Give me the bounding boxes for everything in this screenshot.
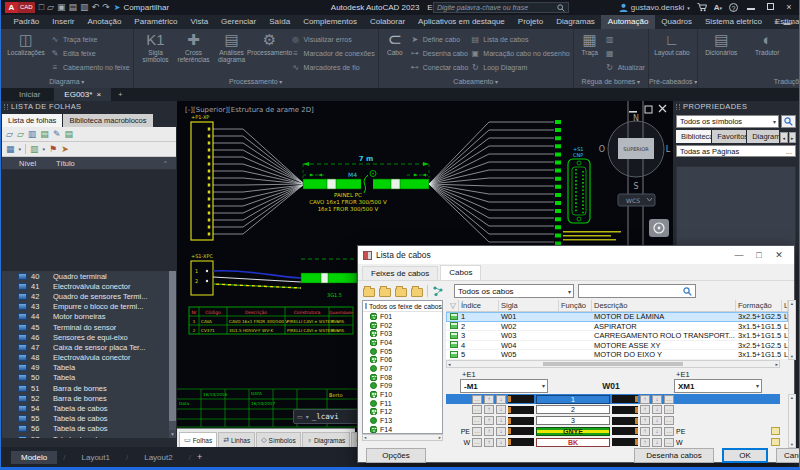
cable-row[interactable]: 2 W02 ASPIRATOR 3x1.5+1G1.5 L (446, 322, 788, 332)
model-tab[interactable]: Modelo (11, 451, 57, 464)
move-up-button[interactable]: ↑ (484, 438, 494, 447)
move-up-button[interactable]: ↑ (484, 427, 494, 436)
cable-bundle-item[interactable]: F05 (363, 347, 442, 356)
paste-cable-group-icon[interactable] (411, 288, 423, 297)
localizacoes-button[interactable]: ◫ Localizações (4, 31, 48, 56)
filter-icon[interactable]: ▽ (446, 300, 459, 311)
ribbon-row-button[interactable]: ↻ Loop Diagram (470, 61, 569, 74)
plot-icon[interactable]: ▥ (80, 2, 89, 13)
ribbon-tab[interactable]: Automação (601, 15, 654, 29)
sheet-row[interactable]: 47 Caixa de sensor placa Ter... (2, 342, 176, 352)
move-down-button[interactable]: ↓ (496, 427, 506, 436)
sheet-toolbar-icon[interactable]: ✎ (53, 128, 61, 140)
wire-value[interactable]: GNYE (536, 427, 610, 436)
sheet-row[interactable]: 52 Barra de bornes (2, 393, 176, 403)
sheet-row[interactable]: 56 Tabela de cabos (2, 424, 176, 434)
move-up-button[interactable]: ↑ (640, 416, 650, 425)
ribbon-tab[interactable]: Colaborar (363, 15, 411, 29)
dialog-title-bar[interactable]: Lista de cabos — □ ✕ (358, 246, 794, 264)
ribbon-row-button[interactable]: ▣ Marcação cabo no desenho (470, 47, 569, 60)
sheet-row[interactable]: 54 Tabela de cabos (2, 403, 176, 413)
autodesk-app-icon[interactable]: A▾ (714, 3, 722, 12)
move-down-button[interactable]: ↓ (652, 416, 662, 425)
ribbon-tab[interactable]: Projeto (511, 15, 549, 29)
dialog-tab[interactable]: Cabos (440, 265, 481, 280)
right-more-button[interactable]: … (664, 395, 674, 404)
table-vertical-scrollbar[interactable]: ▴▾ (788, 300, 796, 360)
sheet-list-header[interactable]: Nível Título ^ (2, 157, 176, 170)
sheet-list-panel-title[interactable]: LISTA DE FOLHAS (1, 101, 177, 113)
cable-bundle-item[interactable]: F11 (363, 399, 442, 408)
command-text[interactable]: _lcavi (312, 412, 339, 421)
tab-scroll-left-icon[interactable]: ◂ (780, 132, 787, 143)
cable-filter-combo[interactable]: Todos os cabos (454, 284, 574, 298)
viewcube-west[interactable]: O (599, 145, 605, 154)
sheet-row[interactable]: 46 Sensores de equi-eixo (2, 332, 176, 342)
cable-bundle-item[interactable]: F10 (363, 390, 442, 399)
dock-tab[interactable]: ⇄ Linhas (218, 432, 255, 447)
save-icon[interactable]: ▣ (57, 2, 66, 13)
move-up-button[interactable]: ↑ (640, 438, 650, 447)
ribbon-tab[interactable]: Saída (263, 15, 297, 29)
move-down-button[interactable]: ↓ (496, 395, 506, 404)
user-account-button[interactable]: gustavo.denski ▾ (619, 3, 690, 12)
chevron-down-icon[interactable]: ▾ (43, 146, 46, 152)
draw-cables-button[interactable]: Desenha cabos (634, 448, 714, 463)
ribbon-big-button[interactable]: ⚙ Processamento (251, 31, 289, 63)
left-more-button[interactable]: … (472, 438, 482, 447)
file-tab[interactable]: Iniciar (9, 88, 54, 101)
sheet-row[interactable]: 48 Electroválvula conector (2, 353, 176, 363)
move-up-button[interactable]: ↑ (484, 405, 494, 414)
ribbon-row-button[interactable]: ∿ Traça feixe (50, 33, 130, 46)
open-cable-group-icon[interactable] (379, 288, 391, 297)
dialog-minimize-button[interactable]: — (729, 246, 749, 264)
move-up-button[interactable]: ↑ (484, 416, 494, 425)
move-up-button[interactable]: ↑ (640, 395, 650, 404)
viewcube-east[interactable]: L (666, 145, 671, 154)
wire-value[interactable]: 3 (536, 416, 610, 425)
move-down-button[interactable]: ↓ (652, 405, 662, 414)
help-icon[interactable]: ? (729, 3, 738, 12)
cable-network-icon[interactable] (432, 285, 444, 297)
viewport-label[interactable]: [-][Superior][Estrutura de arame 2D] (185, 106, 314, 114)
wire-value[interactable]: 1 (536, 395, 610, 404)
wire-row[interactable]: … ↑ ↓ 3 ↑ ↓ … (446, 416, 780, 426)
sheet-row[interactable]: 44 Motor borneiras (2, 312, 176, 322)
pages-filter-field[interactable]: Todas as Páginas ... (676, 145, 796, 157)
note-icon[interactable] (771, 438, 780, 446)
sheet-panel-tab[interactable]: Biblioteca macroblocos (63, 114, 152, 127)
viewport-minimize-icon[interactable] (629, 111, 637, 113)
left-more-button[interactable]: … (472, 427, 482, 436)
ucs-label[interactable]: WCS (626, 197, 640, 204)
scrollbar-thumb[interactable] (169, 271, 176, 421)
cart-icon[interactable] (697, 3, 707, 12)
undo-icon[interactable]: ↶ (92, 2, 100, 13)
panel-footer-precabeados[interactable]: Pré-cabeados (649, 77, 697, 88)
sheet-toolbar-icon[interactable]: ▱ (6, 128, 13, 140)
traca-button[interactable]: ▦ Traça (577, 31, 603, 56)
ribbon-row-button[interactable]: ✎ Edita feixe (50, 47, 130, 60)
panel-footer-diagrama[interactable]: Diagrama (1, 77, 133, 88)
cable-bundle-item[interactable]: F02 (363, 321, 442, 330)
sheet-toolbar-icon[interactable]: ▥ (28, 128, 37, 140)
properties-tab-favoritos[interactable]: Favoritos (712, 130, 746, 143)
cabo-button[interactable]: ⊂ Cabo (382, 31, 408, 56)
move-down-button[interactable]: ↓ (652, 427, 662, 436)
chevron-down-icon[interactable]: ▾ (19, 146, 22, 152)
sheet-panel-tab[interactable]: Lista de folhas (2, 114, 62, 127)
sheet-list-scrollbar[interactable]: ▼ (169, 271, 176, 438)
ribbon-row-button[interactable]: ↻ Atualizar (605, 61, 645, 74)
left-more-button[interactable]: … (472, 405, 482, 414)
properties-panel-title[interactable]: PROPRIEDADES (673, 101, 799, 113)
panel-footer-cabeamento[interactable]: Cabeamento (379, 77, 573, 88)
restore-button[interactable] (764, 0, 776, 15)
note-icon[interactable] (771, 427, 780, 435)
ribbon-tab[interactable]: Padrão (7, 15, 46, 29)
sheet-row[interactable]: 45 Terminal do sensor (2, 322, 176, 332)
ribbon-tab[interactable]: Sistema eletrico (699, 15, 769, 29)
minimize-button[interactable] (745, 0, 757, 15)
scroll-down-icon[interactable]: ▼ (169, 430, 176, 438)
scroll-right-icon[interactable]: ▸ (439, 435, 441, 440)
move-down-button[interactable]: ↓ (652, 438, 662, 447)
panel-footer-regua[interactable]: Régua de bornes (574, 77, 648, 88)
